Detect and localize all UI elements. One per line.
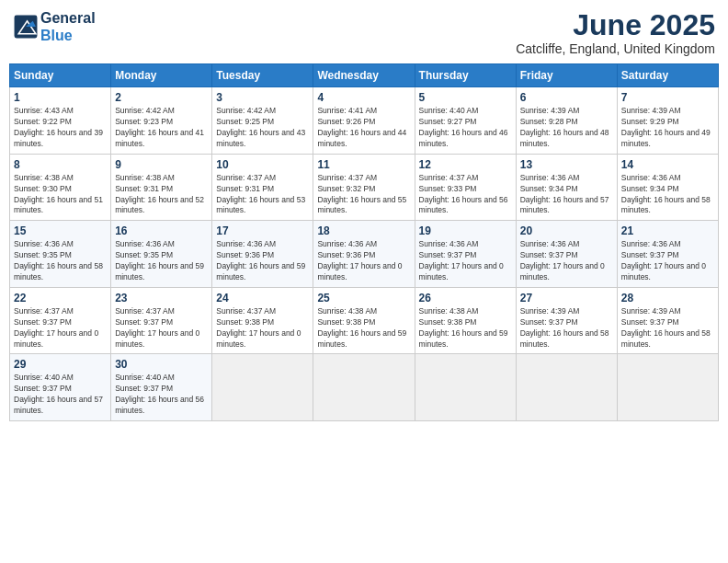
col-sunday: Sunday — [10, 64, 111, 87]
day-number: 26 — [419, 292, 512, 304]
day-cell: 30 Sunrise: 4:40 AM Sunset: 9:37 PM Dayl… — [111, 354, 212, 421]
day-cell — [415, 354, 516, 421]
col-wednesday: Wednesday — [313, 64, 415, 87]
day-cell: 26 Sunrise: 4:38 AM Sunset: 9:38 PM Dayl… — [415, 287, 516, 354]
title-block: June 2025 Catcliffe, England, United Kin… — [516, 9, 715, 56]
day-number: 4 — [317, 91, 410, 104]
sunset-text: Sunset: 9:26 PM — [317, 117, 375, 126]
week-row-3: 15 Sunrise: 4:36 AM Sunset: 9:35 PM Dayl… — [10, 221, 719, 288]
sunset-text: Sunset: 9:23 PM — [115, 117, 173, 126]
sunrise-text: Sunrise: 4:36 AM — [621, 173, 681, 182]
sunset-text: Sunset: 9:37 PM — [14, 384, 72, 393]
day-cell: 8 Sunrise: 4:38 AM Sunset: 9:30 PM Dayli… — [10, 154, 111, 221]
daylight-text: Daylight: 16 hours and 59 minutes. — [419, 328, 508, 349]
day-info: Sunrise: 4:38 AM Sunset: 9:30 PM Dayligh… — [14, 173, 107, 217]
daylight-text: Daylight: 16 hours and 59 minutes. — [317, 328, 406, 349]
sunrise-text: Sunrise: 4:39 AM — [520, 306, 580, 316]
day-cell: 13 Sunrise: 4:36 AM Sunset: 9:34 PM Dayl… — [516, 154, 617, 221]
day-number: 10 — [216, 158, 309, 171]
daylight-text: Daylight: 16 hours and 58 minutes. — [520, 328, 609, 349]
sunset-text: Sunset: 9:37 PM — [14, 317, 72, 327]
daylight-text: Daylight: 16 hours and 49 minutes. — [621, 128, 711, 148]
sunrise-text: Sunrise: 4:36 AM — [419, 239, 479, 248]
sunset-text: Sunset: 9:37 PM — [621, 250, 679, 259]
day-cell: 19 Sunrise: 4:36 AM Sunset: 9:37 PM Dayl… — [415, 221, 516, 288]
page-header: General Blue June 2025 Catcliffe, Englan… — [9, 9, 719, 56]
day-info: Sunrise: 4:36 AM Sunset: 9:37 PM Dayligh… — [520, 239, 613, 283]
sunset-text: Sunset: 9:36 PM — [216, 250, 274, 259]
day-info: Sunrise: 4:36 AM Sunset: 9:35 PM Dayligh… — [115, 239, 208, 283]
daylight-text: Daylight: 17 hours and 0 minutes. — [621, 261, 706, 282]
day-info: Sunrise: 4:40 AM Sunset: 9:37 PM Dayligh… — [14, 373, 107, 417]
day-number: 14 — [621, 158, 714, 171]
day-cell: 25 Sunrise: 4:38 AM Sunset: 9:38 PM Dayl… — [313, 287, 415, 354]
sunrise-text: Sunrise: 4:37 AM — [419, 173, 479, 182]
logo-line2: Blue — [40, 27, 96, 44]
day-info: Sunrise: 4:37 AM Sunset: 9:37 PM Dayligh… — [115, 306, 208, 350]
day-cell: 5 Sunrise: 4:40 AM Sunset: 9:27 PM Dayli… — [415, 87, 516, 155]
day-info: Sunrise: 4:39 AM Sunset: 9:28 PM Dayligh… — [520, 106, 613, 150]
daylight-text: Daylight: 16 hours and 58 minutes. — [14, 261, 103, 282]
sunset-text: Sunset: 9:34 PM — [621, 184, 679, 193]
location: Catcliffe, England, United Kingdom — [516, 41, 715, 56]
day-cell: 12 Sunrise: 4:37 AM Sunset: 9:33 PM Dayl… — [415, 154, 516, 221]
day-cell: 9 Sunrise: 4:38 AM Sunset: 9:31 PM Dayli… — [111, 154, 212, 221]
sunset-text: Sunset: 9:25 PM — [216, 117, 274, 126]
week-row-5: 29 Sunrise: 4:40 AM Sunset: 9:37 PM Dayl… — [10, 354, 719, 421]
daylight-text: Daylight: 16 hours and 43 minutes. — [216, 128, 305, 148]
sunset-text: Sunset: 9:33 PM — [419, 184, 477, 193]
day-cell: 3 Sunrise: 4:42 AM Sunset: 9:25 PM Dayli… — [212, 87, 313, 155]
daylight-text: Daylight: 16 hours and 56 minutes. — [115, 395, 204, 415]
day-info: Sunrise: 4:38 AM Sunset: 9:38 PM Dayligh… — [317, 306, 410, 350]
sunrise-text: Sunrise: 4:38 AM — [14, 173, 74, 182]
day-cell: 14 Sunrise: 4:36 AM Sunset: 9:34 PM Dayl… — [617, 154, 718, 221]
logo-line1: General — [40, 9, 96, 27]
sunrise-text: Sunrise: 4:38 AM — [115, 173, 175, 182]
day-number: 21 — [621, 224, 714, 237]
day-info: Sunrise: 4:38 AM Sunset: 9:31 PM Dayligh… — [115, 173, 208, 217]
day-info: Sunrise: 4:37 AM Sunset: 9:37 PM Dayligh… — [14, 306, 107, 350]
day-cell — [516, 354, 617, 421]
day-cell: 28 Sunrise: 4:39 AM Sunset: 9:37 PM Dayl… — [617, 287, 718, 354]
calendar-table: Sunday Monday Tuesday Wednesday Thursday… — [9, 63, 719, 421]
day-info: Sunrise: 4:36 AM Sunset: 9:36 PM Dayligh… — [317, 239, 410, 283]
sunset-text: Sunset: 9:32 PM — [317, 184, 375, 193]
sunrise-text: Sunrise: 4:36 AM — [115, 239, 175, 248]
day-info: Sunrise: 4:37 AM Sunset: 9:31 PM Dayligh… — [216, 173, 309, 217]
day-info: Sunrise: 4:40 AM Sunset: 9:27 PM Dayligh… — [419, 106, 512, 150]
day-cell: 11 Sunrise: 4:37 AM Sunset: 9:32 PM Dayl… — [313, 154, 415, 221]
day-cell: 20 Sunrise: 4:36 AM Sunset: 9:37 PM Dayl… — [516, 221, 617, 288]
daylight-text: Daylight: 16 hours and 44 minutes. — [317, 128, 406, 148]
daylight-text: Daylight: 16 hours and 56 minutes. — [419, 195, 508, 215]
day-number: 5 — [419, 91, 512, 104]
day-cell: 2 Sunrise: 4:42 AM Sunset: 9:23 PM Dayli… — [111, 87, 212, 155]
col-tuesday: Tuesday — [212, 64, 313, 87]
day-info: Sunrise: 4:37 AM Sunset: 9:33 PM Dayligh… — [419, 173, 512, 217]
col-thursday: Thursday — [415, 64, 516, 87]
daylight-text: Daylight: 16 hours and 52 minutes. — [115, 195, 204, 215]
day-info: Sunrise: 4:36 AM Sunset: 9:35 PM Dayligh… — [14, 239, 107, 283]
sunset-text: Sunset: 9:37 PM — [115, 384, 173, 393]
day-info: Sunrise: 4:42 AM Sunset: 9:23 PM Dayligh… — [115, 106, 208, 150]
daylight-text: Daylight: 17 hours and 0 minutes. — [216, 328, 301, 349]
day-number: 24 — [216, 292, 309, 304]
day-number: 16 — [115, 224, 208, 237]
day-number: 30 — [115, 358, 208, 371]
day-number: 3 — [216, 91, 309, 104]
day-cell — [212, 354, 313, 421]
daylight-text: Daylight: 16 hours and 46 minutes. — [419, 128, 508, 148]
sunrise-text: Sunrise: 4:38 AM — [317, 306, 377, 316]
sunset-text: Sunset: 9:22 PM — [14, 117, 72, 126]
sunrise-text: Sunrise: 4:41 AM — [317, 106, 377, 115]
sunset-text: Sunset: 9:35 PM — [115, 250, 173, 259]
sunset-text: Sunset: 9:38 PM — [216, 317, 274, 327]
sunrise-text: Sunrise: 4:37 AM — [317, 173, 377, 182]
day-cell: 23 Sunrise: 4:37 AM Sunset: 9:37 PM Dayl… — [111, 287, 212, 354]
sunrise-text: Sunrise: 4:36 AM — [216, 239, 276, 248]
day-info: Sunrise: 4:36 AM Sunset: 9:36 PM Dayligh… — [216, 239, 309, 283]
day-number: 27 — [520, 292, 613, 304]
sunset-text: Sunset: 9:37 PM — [115, 317, 173, 327]
day-number: 28 — [621, 292, 714, 304]
sunrise-text: Sunrise: 4:40 AM — [14, 373, 74, 382]
sunrise-text: Sunrise: 4:36 AM — [621, 239, 681, 248]
